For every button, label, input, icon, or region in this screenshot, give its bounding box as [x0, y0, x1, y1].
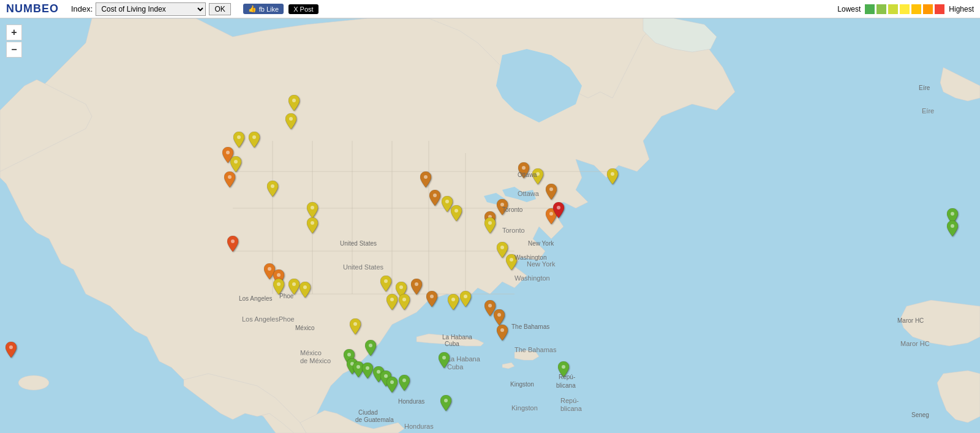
- svg-point-41: [292, 282, 296, 286]
- map-pin[interactable]: [399, 294, 410, 312]
- svg-point-44: [399, 285, 403, 289]
- map-pin[interactable]: [484, 217, 496, 236]
- map-pin[interactable]: [558, 361, 569, 380]
- map-pin[interactable]: [386, 294, 398, 312]
- svg-point-66: [562, 365, 565, 369]
- social-buttons: 👍 fb Like X Post: [243, 4, 318, 14]
- legend-color-3: [888, 4, 898, 14]
- map-pin[interactable]: [285, 113, 296, 132]
- svg-point-62: [390, 380, 394, 384]
- index-label: Index:: [71, 4, 92, 13]
- map-pin[interactable]: [365, 340, 376, 358]
- map-pin[interactable]: [448, 294, 459, 312]
- svg-point-23: [433, 194, 437, 197]
- map-pin[interactable]: [227, 236, 238, 254]
- map-pin[interactable]: [497, 325, 508, 343]
- svg-point-63: [402, 378, 406, 382]
- map-pin[interactable]: [497, 199, 508, 217]
- svg-point-38: [268, 267, 271, 271]
- svg-point-17: [234, 160, 238, 164]
- legend-color-2: [876, 4, 886, 14]
- map-pin[interactable]: [553, 202, 564, 220]
- map-background: United StatesMéxicode MéxicoLa HabanaCub…: [0, 18, 980, 433]
- map-pin[interactable]: [426, 291, 437, 309]
- zoom-controls: + −: [6, 24, 22, 58]
- legend-color-4: [900, 4, 910, 14]
- map-pin[interactable]: [6, 342, 17, 360]
- map-pin[interactable]: [307, 217, 318, 236]
- zoom-in-button[interactable]: +: [6, 24, 22, 40]
- svg-point-33: [557, 206, 560, 209]
- svg-point-28: [522, 166, 526, 170]
- map-pin[interactable]: [300, 282, 311, 300]
- map-container[interactable]: United StatesMéxicode MéxicoLa HabanaCub…: [0, 18, 980, 433]
- svg-point-34: [488, 221, 492, 225]
- legend-color-7: [935, 4, 944, 14]
- svg-point-49: [451, 298, 455, 301]
- svg-point-29: [536, 172, 540, 176]
- svg-point-58: [356, 365, 360, 369]
- map-pin[interactable]: [267, 181, 278, 199]
- svg-point-48: [430, 295, 434, 298]
- legend-lowest-label: Lowest: [837, 5, 861, 13]
- map-pin[interactable]: [546, 184, 557, 202]
- svg-point-13: [289, 117, 293, 121]
- map-pin[interactable]: [362, 363, 373, 381]
- svg-point-18: [228, 175, 232, 179]
- svg-point-59: [366, 366, 369, 370]
- svg-point-30: [549, 187, 553, 191]
- x-post-button[interactable]: X Post: [288, 4, 318, 14]
- map-pin[interactable]: [947, 220, 958, 239]
- map-pin[interactable]: [288, 279, 300, 297]
- svg-point-22: [424, 175, 428, 179]
- svg-point-31: [611, 172, 614, 176]
- ok-button[interactable]: OK: [209, 3, 230, 15]
- svg-point-14: [237, 135, 241, 139]
- map-pin[interactable]: [440, 395, 451, 413]
- svg-point-40: [277, 282, 281, 286]
- map-pin[interactable]: [439, 352, 450, 371]
- map-pin[interactable]: [399, 375, 410, 393]
- map-pin[interactable]: [380, 276, 391, 294]
- map-pin[interactable]: [233, 132, 244, 150]
- svg-point-37: [231, 239, 235, 243]
- svg-point-39: [277, 273, 281, 277]
- map-pin[interactable]: [518, 162, 529, 181]
- svg-point-11: [18, 375, 49, 390]
- legend-color-5: [911, 4, 921, 14]
- svg-point-56: [347, 353, 351, 356]
- legend: Lowest Highest: [837, 4, 974, 14]
- svg-point-65: [444, 399, 448, 402]
- map-pin[interactable]: [249, 132, 260, 150]
- map-pin[interactable]: [273, 279, 284, 297]
- map-pin[interactable]: [607, 168, 618, 187]
- map-pin[interactable]: [350, 318, 361, 337]
- map-pin[interactable]: [451, 205, 462, 224]
- map-pin[interactable]: [532, 168, 543, 187]
- header: NUMBEO Index: Cost of Living IndexRent I…: [0, 0, 980, 18]
- legend-color-1: [865, 4, 875, 14]
- map-pin[interactable]: [460, 291, 471, 309]
- index-select[interactable]: Cost of Living IndexRent IndexGroceries …: [96, 2, 206, 16]
- zoom-out-button[interactable]: −: [6, 42, 22, 58]
- svg-point-67: [9, 345, 13, 349]
- map-pin[interactable]: [429, 190, 440, 208]
- map-pin[interactable]: [420, 171, 431, 190]
- svg-point-51: [488, 304, 492, 307]
- svg-point-20: [311, 206, 314, 209]
- map-pin[interactable]: [411, 279, 422, 297]
- legend-color-6: [923, 4, 933, 14]
- map-pin[interactable]: [386, 377, 398, 395]
- svg-point-36: [510, 258, 513, 262]
- svg-point-21: [311, 221, 314, 225]
- fb-like-button[interactable]: 👍 fb Like: [243, 4, 284, 14]
- map-pin[interactable]: [224, 171, 235, 190]
- svg-point-55: [369, 344, 372, 347]
- svg-point-64: [442, 356, 446, 360]
- svg-point-47: [402, 298, 406, 301]
- svg-point-35: [500, 246, 504, 249]
- map-pin[interactable]: [506, 254, 517, 273]
- svg-point-53: [500, 328, 504, 332]
- svg-point-19: [271, 184, 274, 188]
- map-pin[interactable]: [288, 95, 300, 113]
